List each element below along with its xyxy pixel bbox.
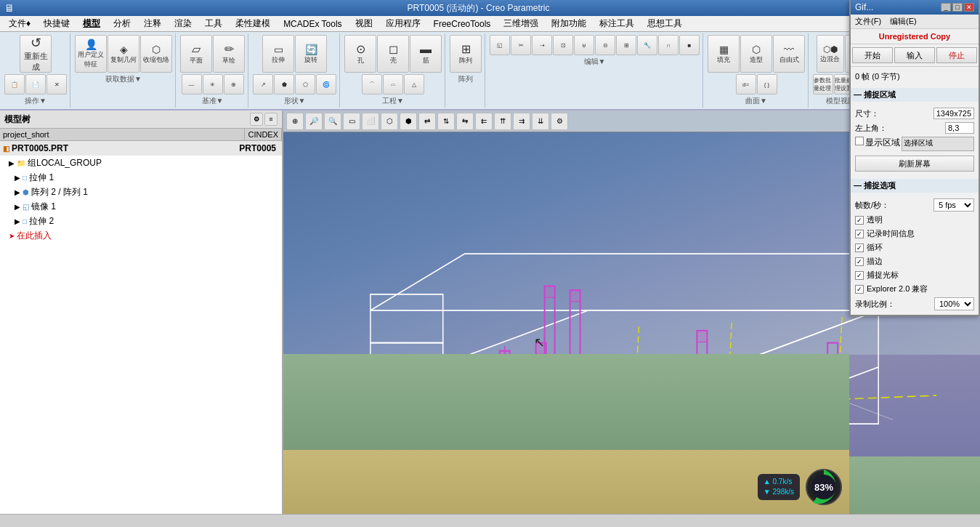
paste-button[interactable]: 📄 [25,74,46,94]
batch-process-button[interactable]: 参数批量处理 [813,74,833,94]
coord-button[interactable]: ⊕ [224,74,244,94]
gif-select-area-button[interactable]: 选择区域 [902,137,974,151]
view-left[interactable]: ⇆ [456,113,474,130]
intersect-button[interactable]: ∩ [658,35,679,55]
point-button[interactable]: ✳ [203,74,223,94]
merge-button[interactable]: ⊎ [574,35,594,55]
gif-record-time-checkbox[interactable] [855,230,864,238]
gif-explorer-checkbox[interactable] [855,285,864,294]
gif-start-button[interactable]: 开始 [852,47,893,63]
sweep-button[interactable]: ↗ [253,74,273,94]
gif-file-menu[interactable]: 文件(F) [852,15,884,28]
fillet-button[interactable]: ⌒ [362,74,382,94]
pan-button[interactable]: ⬜ [362,113,379,130]
shape3d-button[interactable]: ⬡ 造型 [740,35,772,73]
menu-tools[interactable]: 工具 [199,16,228,31]
gif-refresh-button[interactable]: 刷新屏幕 [855,156,974,172]
view-top[interactable]: ⇈ [494,113,511,130]
tree-settings-button[interactable]: ⚙ [250,113,263,126]
gif-scale-select[interactable]: 100% 75% 50% [934,297,974,310]
gif-stop-button[interactable]: 停止 [936,47,977,63]
display-mode[interactable]: ⇊ [532,113,549,130]
gif-capture-section[interactable]: — 捕捉区域 [851,88,979,102]
relation-button[interactable]: d= [736,74,756,94]
repair-button[interactable]: 🔧 [637,35,657,55]
tree-expand-button[interactable]: ≡ [264,113,278,126]
menu-file[interactable]: 文件♦ [3,16,36,31]
gif-input-button[interactable]: 输入 [894,47,935,63]
menu-app[interactable]: 应用程序 [380,16,426,31]
list-item[interactable]: ▶ □ 拉伸 2 [0,214,282,228]
menu-flexible[interactable]: 柔性建模 [230,16,276,31]
menu-mcadex[interactable]: MCADEx Tools [278,17,347,31]
list-item[interactable]: ▶ □ 拉伸 1 [0,170,282,185]
project-button[interactable]: ⊡ [553,35,573,55]
gif-minimize-button[interactable]: _ [941,3,951,12]
gif-edit-menu[interactable]: 编辑(E) [887,15,920,28]
list-item[interactable]: ▶ ⬢ 阵列 2 / 阵列 1 [0,185,282,199]
list-item[interactable]: ▶ 📁 组LOCAL_GROUP [0,156,282,170]
gif-close-button[interactable]: ✕ [964,3,974,12]
view3d-button[interactable]: ⬡ [381,113,398,130]
extrude-button[interactable]: ▭ 拉伸 [262,35,294,73]
menu-view[interactable]: 视图 [349,16,378,31]
gif-loop-checkbox[interactable] [855,244,864,252]
hole-button[interactable]: ⊙ 孔 [344,35,376,73]
chamfer-button[interactable]: ⌓ [383,74,403,94]
shrinkwrap-button[interactable]: ⬡ 收缩包络 [140,35,172,73]
gif-show-area-checkbox[interactable] [855,137,864,145]
menu-addon[interactable]: 附加功能 [546,16,592,31]
menu-shortcut[interactable]: 快捷键 [38,16,76,31]
gif-options-section[interactable]: — 捕捉选项 [851,179,979,193]
menu-render[interactable]: 渲染 [169,16,198,31]
zoom-out-button[interactable]: 🔍 [324,113,341,130]
shell-button[interactable]: ◻ 壳 [377,35,409,73]
copy-geometry-button[interactable]: ◈ 复制几何 [108,35,139,73]
zoom-fit-button[interactable]: ⊕ [286,113,304,130]
menu-annotation[interactable]: 注释 [138,16,167,31]
view-back[interactable]: ⇅ [437,113,455,130]
sweep-blend-button[interactable]: ⬠ [295,74,315,94]
sketch-button[interactable]: ✏ 草绘 [213,35,245,73]
gif-transparent-checkbox[interactable] [855,216,864,225]
plane-button[interactable]: ▱ 平面 [180,35,212,73]
view-right[interactable]: ⇇ [475,113,493,130]
edge-blend-button[interactable]: ⬡⬢ 边混合 [817,35,844,73]
menu-freecreo[interactable]: FreeCreoTools [428,17,497,31]
tree-root-item[interactable]: ◧ PRT0005.PRT PRT0005 [0,141,282,156]
helical-button[interactable]: 🌀 [316,74,336,94]
gif-border-checkbox[interactable] [855,257,864,266]
user-feature-button[interactable]: 👤 用户定义特征 [75,35,107,73]
array-button[interactable]: ⊞ 阵列 [450,35,482,73]
menu-idea-tool[interactable]: 思想工具 [641,16,688,31]
zoom-in-button[interactable]: 🔎 [305,113,323,130]
offset-button[interactable]: ⊝ [595,35,615,55]
view-front[interactable]: ⇄ [418,113,436,130]
regenerate-button[interactable]: ↺ 重新生成 [20,35,52,73]
menu-annotation-tool[interactable]: 标注工具 [594,16,640,31]
fill-button[interactable]: ▦ 填充 [708,35,740,73]
named-view-button[interactable]: ⬢ [400,113,417,130]
thicken-button[interactable]: ⊞ [616,35,636,55]
mirror-button[interactable]: ◱ [490,35,510,55]
list-item[interactable]: ➤ 在此插入 [0,228,282,243]
display-settings[interactable]: ⚙ [551,113,568,130]
delete-button[interactable]: ✕ [46,74,67,94]
gif-fps-select[interactable]: 5 fps 10 fps 15 fps [934,198,974,212]
param-button[interactable]: { } [757,74,777,94]
extend-button[interactable]: ⇢ [532,35,552,55]
rib-button[interactable]: ▬ 筋 [410,35,442,73]
freeform-button[interactable]: 〰 自由式 [773,35,805,73]
menu-analysis[interactable]: 分析 [108,16,137,31]
axis-button[interactable]: — [182,74,202,94]
view-bottom[interactable]: ⇉ [513,113,530,130]
trim-button[interactable]: ✂ [511,35,531,55]
copy-button[interactable]: 📋 [4,74,25,94]
revolve-button[interactable]: 🔄 旋转 [295,35,327,73]
menu-model[interactable]: 模型 [77,16,106,31]
gif-cursor-checkbox[interactable] [855,271,864,280]
solidify-button[interactable]: ■ [679,35,700,55]
draft-button[interactable]: △ [404,74,424,94]
gif-maximize-button[interactable]: □ [952,3,963,12]
window-button[interactable]: ▭ [343,113,360,130]
